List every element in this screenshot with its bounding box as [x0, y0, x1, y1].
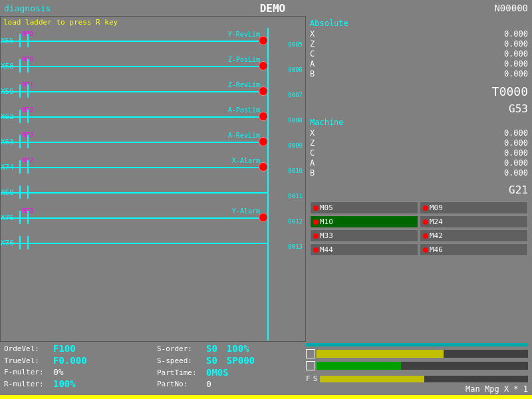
coord-label-a-mach: A — [310, 158, 319, 168]
absolute-section: Absolute X 0.000 Z 0.000 C 0.000 A 0.000… — [310, 19, 528, 79]
partno-row: PartNo: 0 — [157, 379, 303, 389]
g-display1: G53 — [509, 102, 528, 115]
step-num: 0008 — [288, 117, 303, 124]
x-label: X75 — [1, 213, 14, 222]
m09-indicator — [423, 205, 428, 211]
coil-dot — [259, 162, 268, 172]
ladder-row: X58 M20 Z-PosLim 0006 — [1, 53, 305, 78]
coord-row-b-abs: B 0.000 — [310, 69, 528, 78]
step-num: 0005 — [288, 41, 303, 48]
sspeed-label: S-speed: — [157, 356, 203, 365]
m09-label: M09 — [430, 203, 443, 212]
coord-value-x-abs: 0.000 — [488, 29, 528, 39]
coord-value-z-mach: 0.000 — [488, 138, 528, 148]
coord-value-b-abs: 0.000 — [488, 69, 528, 78]
contact — [19, 211, 29, 224]
m24-label: M24 — [430, 217, 443, 226]
m44-label: M44 — [320, 245, 333, 254]
coil-dot — [259, 61, 268, 70]
coord-value-c-abs: 0.000 — [488, 49, 528, 59]
col2: S-order: S0 100% S-speed: S0 SP000 PartT… — [157, 343, 303, 394]
coil-dot — [259, 36, 268, 45]
step-num: 0006 — [288, 66, 303, 73]
coord-row-x-abs: X 0.000 — [310, 29, 528, 39]
sorder-row: S-order: S0 100% — [157, 343, 303, 354]
coil-dot — [259, 137, 268, 146]
ladder-row: X74 M32 X-Alarm 0010 — [1, 154, 305, 180]
x-label: X58 — [1, 62, 14, 70]
col1: OrdeVel: F100 TrueVel: F0.000 F-multer: … — [4, 343, 150, 394]
step-num: 0009 — [288, 142, 303, 149]
coord-label-x-abs: X — [310, 29, 319, 39]
coil-label: X-Alarm — [232, 157, 260, 164]
f-bar-square — [306, 349, 315, 358]
coord-value-z-abs: 0.000 — [488, 39, 528, 49]
fmulter-row: F-multer: 0% — [4, 367, 150, 377]
m24-button[interactable]: M24 — [420, 215, 528, 228]
m09-button[interactable]: M09 — [420, 201, 528, 214]
label-bar-container — [320, 376, 528, 382]
emergency-bar: Emergent Stop — [0, 395, 532, 399]
coord-label-c-abs: C — [310, 49, 319, 59]
partno-value: 0 — [206, 379, 211, 389]
coord-value-a-mach: 0.000 — [488, 158, 528, 168]
contact — [19, 110, 29, 123]
m33-button[interactable]: M33 — [310, 229, 418, 242]
step-num: 0013 — [288, 243, 303, 250]
step-num: 0011 — [288, 193, 303, 200]
s-label: S — [313, 374, 318, 383]
m42-button[interactable]: M42 — [420, 229, 528, 242]
man-mpg-label: Man Mpg X * 1 — [306, 384, 528, 394]
m10-indicator — [313, 219, 319, 225]
coord-label-z-abs: Z — [310, 39, 319, 49]
m42-indicator — [423, 233, 428, 239]
m10-label: M10 — [320, 217, 333, 226]
t-display: T0000 — [492, 84, 528, 98]
coord-value-a-abs: 0.000 — [488, 59, 528, 68]
partno-label: PartNo: — [157, 380, 203, 388]
m44-button[interactable]: M44 — [310, 243, 418, 256]
contact — [19, 160, 29, 174]
ordevel-label: OrdeVel: — [4, 344, 51, 353]
rmulter-label: R-multer: — [4, 380, 51, 388]
ladder-row: X59 M21 Z-RevLim 0007 — [1, 78, 305, 104]
top-bar-accent — [306, 343, 528, 346]
m33-label: M33 — [320, 231, 333, 240]
coord-value-x-mach: 0.000 — [488, 128, 528, 138]
coord-label-a-abs: A — [310, 59, 319, 68]
contact — [19, 186, 29, 199]
machine-section: Machine X 0.000 Z 0.000 C 0.000 A 0.000 … — [310, 118, 528, 178]
coil-label: Z-RevLim — [228, 81, 260, 88]
top-bar: diagnosis DEMO N00000 — [0, 0, 532, 16]
contact — [19, 34, 29, 47]
parttime-value: 0M0S — [206, 367, 229, 378]
title-right: N00000 — [494, 3, 528, 13]
coil-label: Z-PosLim — [228, 56, 260, 63]
bottom-right: F S Man Mpg X * 1 — [303, 343, 528, 394]
ladder-container: X55 M19 Y-RevLim 0005 X58 M20 Z-PosLim 0… — [1, 28, 305, 340]
x-label: X59 — [1, 87, 14, 96]
m24-indicator — [423, 219, 428, 225]
ladder-instruction: load ladder to press R key — [1, 17, 305, 28]
step-num: 0007 — [288, 92, 303, 98]
m05-indicator — [313, 205, 319, 211]
step-num: 0010 — [288, 168, 303, 174]
coord-row-c-mach: C 0.000 — [310, 148, 528, 158]
truevel-label: TrueVel: — [4, 356, 51, 365]
s-bar-row — [306, 361, 528, 370]
s-bar-fill — [317, 362, 401, 370]
ladder-row: X63 M23 A-RevLim 0009 — [1, 129, 305, 154]
m-buttons-grid: M05 M09 M10 M24 M33 M42 — [310, 201, 528, 256]
f-label: F — [306, 374, 311, 383]
title-left: diagnosis — [4, 3, 51, 13]
m05-label: M05 — [320, 203, 333, 212]
ladder-row: X62 M22 A-PosLim 0008 — [1, 104, 305, 129]
m10-button[interactable]: M10 — [310, 215, 418, 228]
m46-button[interactable]: M46 — [420, 243, 528, 256]
s-bar-square — [306, 361, 315, 370]
coord-label-c-mach: C — [310, 148, 319, 158]
contact — [19, 84, 29, 98]
m05-button[interactable]: M05 — [310, 201, 418, 214]
m46-indicator — [423, 247, 428, 253]
parttime-row: PartTime: 0M0S — [157, 367, 303, 378]
